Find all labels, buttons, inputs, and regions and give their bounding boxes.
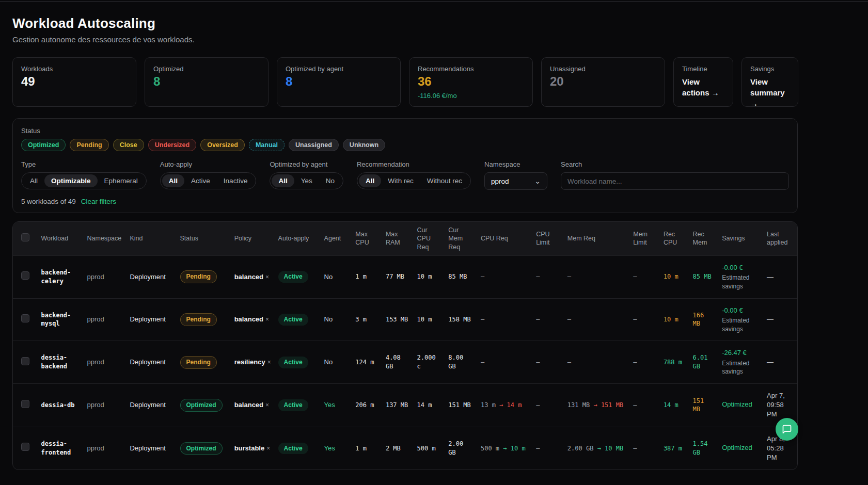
- page-title: Workload Autoscaling: [12, 15, 798, 31]
- workload-name[interactable]: backend-celery: [37, 255, 83, 298]
- view-summary-link[interactable]: View summary →: [750, 76, 790, 109]
- status-badge: Pending: [180, 356, 217, 369]
- mem-limit-cell: –: [629, 298, 659, 341]
- remove-policy-icon[interactable]: ×: [267, 359, 271, 366]
- cur-mem-req-cell: 8.00 GB: [444, 341, 477, 384]
- workload-name[interactable]: dessia-frontend: [37, 427, 83, 470]
- workload-name[interactable]: dessia-backend: [37, 341, 83, 384]
- col-auto-apply[interactable]: Auto-apply: [274, 222, 320, 255]
- stat-label: Recommendations: [418, 65, 524, 73]
- row-checkbox[interactable]: [21, 314, 29, 322]
- search-filter-label: Search: [561, 160, 789, 168]
- rec-option-with[interactable]: With rec: [381, 174, 420, 187]
- stat-value: 8: [286, 75, 392, 88]
- stat-value: 36: [418, 75, 524, 88]
- top-divider: [0, 1, 868, 2]
- row-checkbox[interactable]: [21, 400, 29, 408]
- col-cpu-limit[interactable]: CPU Limit: [532, 222, 563, 255]
- cpu-req-cell: 13 m → 14 m: [477, 384, 532, 427]
- col-agent[interactable]: Agent: [320, 222, 352, 255]
- agent-option-yes[interactable]: Yes: [294, 174, 319, 187]
- col-rec-cpu[interactable]: Rec CPU: [659, 222, 689, 255]
- select-all-checkbox[interactable]: [21, 233, 29, 241]
- col-cur-mem-req[interactable]: Cur Mem Req: [444, 222, 477, 255]
- max-ram-cell: 4.08 GB: [382, 341, 413, 384]
- cur-mem-req-cell: 158 MB: [444, 298, 477, 341]
- stat-card-savings[interactable]: Savings View summary →: [741, 57, 798, 107]
- col-cpu-req[interactable]: CPU Req: [477, 222, 532, 255]
- col-savings[interactable]: Savings: [718, 222, 763, 255]
- filter-panel: Status Optimized Pending Close Undersize…: [12, 118, 798, 213]
- cpu-limit-cell: –: [532, 255, 563, 298]
- auto-apply-badge: Active: [278, 443, 308, 455]
- col-cur-cpu-req[interactable]: Cur CPU Req: [413, 222, 445, 255]
- agent-cell: Yes: [320, 384, 352, 427]
- savings-cell: -26.47 €Estimated savings: [718, 341, 763, 384]
- col-max-ram[interactable]: Max RAM: [382, 222, 413, 255]
- mem-req-cell: 2.00 GB → 10 MB: [563, 427, 629, 470]
- row-checkbox[interactable]: [21, 357, 29, 365]
- stat-card-timeline[interactable]: Timeline View actions →: [673, 57, 733, 107]
- auto-apply-option-all[interactable]: All: [162, 174, 184, 187]
- remove-policy-icon[interactable]: ×: [266, 445, 270, 452]
- workload-name[interactable]: backend-mysql: [37, 298, 83, 341]
- col-kind[interactable]: Kind: [125, 222, 176, 255]
- agent-option-no[interactable]: No: [319, 174, 341, 187]
- auto-apply-option-inactive[interactable]: Inactive: [217, 174, 255, 187]
- view-actions-link[interactable]: View actions →: [682, 76, 724, 98]
- status-chip-manual[interactable]: Manual: [249, 139, 285, 151]
- status-chip-unassigned[interactable]: Unassigned: [289, 139, 339, 151]
- row-checkbox[interactable]: [21, 443, 29, 451]
- policy-tag: burstable: [234, 444, 265, 452]
- col-mem-limit[interactable]: Mem Limit: [629, 222, 659, 255]
- remove-policy-icon[interactable]: ×: [265, 273, 269, 281]
- col-workload[interactable]: Workload: [37, 222, 83, 255]
- status-chip-unknown[interactable]: Unknown: [343, 139, 385, 151]
- status-chip-undersized[interactable]: Undersized: [148, 139, 196, 151]
- status-chip-oversized[interactable]: Oversized: [200, 139, 245, 151]
- namespace-filter-label: Namespace: [484, 160, 547, 168]
- kind-cell: Deployment: [125, 384, 176, 427]
- type-option-ephemeral[interactable]: Ephemeral: [98, 174, 145, 187]
- status-badge: Pending: [180, 313, 217, 326]
- auto-apply-segmented-control: All Active Inactive: [160, 172, 257, 189]
- col-policy[interactable]: Policy: [230, 222, 274, 255]
- clear-filters-link[interactable]: Clear filters: [81, 198, 116, 205]
- col-last-applied[interactable]: Last applied: [763, 222, 797, 255]
- chat-widget-button[interactable]: [776, 418, 798, 441]
- row-checkbox[interactable]: [21, 271, 29, 280]
- recommendation-filter-label: Recommendation: [357, 160, 471, 168]
- workloads-table: Workload Namespace Kind Status Policy Au…: [13, 222, 797, 470]
- col-mem-req[interactable]: Mem Req: [563, 222, 629, 255]
- stat-card-unassigned: Unassigned 20: [541, 57, 665, 107]
- max-cpu-cell: 124 m: [351, 341, 382, 384]
- rec-option-without[interactable]: Without rec: [420, 174, 469, 187]
- namespace-cell: pprod: [83, 427, 126, 470]
- auto-apply-option-active[interactable]: Active: [184, 174, 217, 187]
- chat-bubble-icon: [782, 424, 792, 434]
- type-option-all[interactable]: All: [23, 174, 44, 187]
- stat-label: Unassigned: [550, 65, 656, 73]
- status-chip-close[interactable]: Close: [113, 139, 144, 151]
- col-namespace[interactable]: Namespace: [83, 222, 126, 255]
- workloads-table-panel: Workload Namespace Kind Status Policy Au…: [12, 221, 798, 470]
- cpu-limit-cell: –: [532, 298, 563, 341]
- col-status[interactable]: Status: [176, 222, 230, 255]
- status-chip-pending[interactable]: Pending: [70, 139, 108, 151]
- auto-apply-badge: Active: [278, 357, 308, 368]
- last-applied-cell: —: [763, 341, 797, 384]
- agent-option-all[interactable]: All: [272, 174, 294, 187]
- rec-option-all[interactable]: All: [359, 174, 381, 187]
- remove-policy-icon[interactable]: ×: [265, 401, 269, 409]
- type-option-optimizable[interactable]: Optimizable: [44, 174, 98, 187]
- chevron-down-icon: ⌄: [534, 177, 541, 185]
- remove-policy-icon[interactable]: ×: [265, 316, 269, 323]
- status-chip-optimized[interactable]: Optimized: [21, 139, 66, 151]
- col-max-cpu[interactable]: Max CPU: [351, 222, 382, 255]
- search-input[interactable]: [561, 172, 789, 190]
- auto-apply-badge: Active: [278, 314, 308, 326]
- table-row: dessia-backend pprod Deployment Pending …: [13, 341, 797, 384]
- col-rec-mem[interactable]: Rec Mem: [689, 222, 718, 255]
- workload-name[interactable]: dessia-db: [37, 384, 83, 427]
- namespace-select[interactable]: pprod ⌄: [484, 172, 547, 190]
